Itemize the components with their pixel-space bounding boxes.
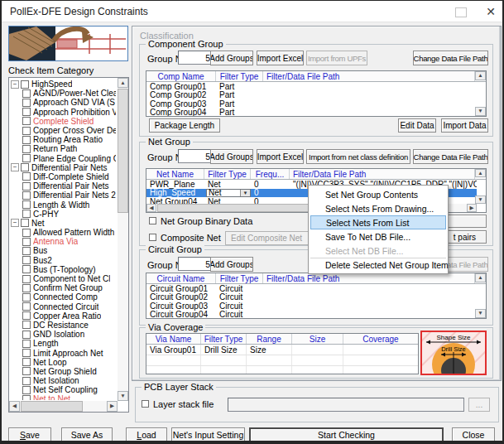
tree-item[interactable]: − Approach Prohibition V <box>11 108 116 117</box>
tree-item[interactable]: − Confirm Net Group <box>11 283 116 292</box>
table-row[interactable]: Circuit Group02 Circuit <box>146 293 486 302</box>
table-row[interactable]: Circuit Group01 Circuit <box>146 284 486 293</box>
dropdown-arrow-icon[interactable]: ▼ <box>240 190 250 197</box>
checkbox[interactable] <box>22 377 31 385</box>
tree-item[interactable]: − Bus <box>11 246 116 255</box>
layer-stack-file-checkbox[interactable] <box>142 400 149 408</box>
tree-item[interactable]: − Diff-Complete Shield <box>11 172 116 181</box>
edit-data-button[interactable]: Edit Data <box>398 118 436 133</box>
scroll-left-icon[interactable]: ◀ <box>146 204 156 212</box>
filter-type-combobox[interactable]: Net ▼ <box>206 180 251 189</box>
column-header[interactable]: Filter/Data File Path <box>290 169 475 179</box>
checkbox[interactable] <box>22 182 31 191</box>
table-row[interactable]: Circuit Group03 Circuit <box>146 302 486 311</box>
tree-item[interactable]: − AGND/Power-Net Clea <box>11 89 116 98</box>
tree-item[interactable]: − Copper Cross Over De <box>11 126 116 135</box>
checkbox[interactable] <box>22 172 31 181</box>
checkbox[interactable] <box>21 80 29 89</box>
checkbox[interactable] <box>22 210 31 218</box>
column-header[interactable]: Size <box>292 334 343 344</box>
table-row[interactable]: Circuit Group04 Circuit <box>146 311 486 320</box>
checkbox[interactable] <box>22 229 31 237</box>
save-button[interactable]: Save <box>8 427 51 442</box>
expander-icon[interactable]: − <box>11 80 19 89</box>
tree-item[interactable]: − GND Isolation <box>11 330 116 339</box>
checkbox[interactable] <box>22 154 31 162</box>
close-icon[interactable]: ✕ <box>482 3 499 19</box>
filter-type-combobox[interactable]: Net ▼ <box>206 189 251 198</box>
checkbox[interactable] <box>22 256 31 264</box>
checkbox[interactable] <box>22 331 31 339</box>
tree-item[interactable]: − Bus2 <box>11 256 116 265</box>
tree-item[interactable]: − Bus (T-Topology) <box>11 265 116 274</box>
column-header[interactable]: Filter Type <box>216 71 263 81</box>
net-change-data-file-path-button[interactable]: Change Data File Path <box>413 149 488 164</box>
tree-vscroll-thumb[interactable] <box>118 89 128 213</box>
expander-icon[interactable]: − <box>11 219 19 227</box>
column-header[interactable]: Filter/Data File Path <box>263 273 475 283</box>
menu-item[interactable]: Select Nets From List <box>310 215 446 229</box>
tree-item[interactable]: − HighSpeed <box>11 80 116 89</box>
checkbox[interactable] <box>22 367 31 375</box>
checkbox[interactable] <box>22 238 31 246</box>
column-header[interactable]: Circuit Name <box>146 273 216 283</box>
tree-item[interactable]: − Differential Pair Nets 2 <box>11 191 116 200</box>
net-group-no-field[interactable]: 5 <box>178 149 214 163</box>
table-row[interactable]: Via Group01 Drill Size Size <box>146 345 418 355</box>
checkbox[interactable] <box>22 293 31 302</box>
checkbox[interactable] <box>21 219 29 227</box>
net-import-excel-button[interactable]: Import Excel <box>257 149 304 164</box>
checkbox[interactable] <box>22 340 31 348</box>
column-header[interactable]: Range <box>247 334 292 344</box>
tree-item[interactable]: − Length & Width <box>11 200 116 209</box>
tree-item[interactable]: − Copper Area Ratio <box>11 311 116 321</box>
circuit-group-no-field[interactable]: 5 <box>178 257 214 271</box>
table-row[interactable]: Comp Group04 Part <box>146 109 486 118</box>
tree-item[interactable]: − Net <box>11 219 116 228</box>
checkbox[interactable] <box>22 395 31 400</box>
tree-item[interactable]: − Approach GND VIA (S <box>11 98 116 107</box>
checkbox[interactable] <box>22 358 31 366</box>
tree-item[interactable]: − Net Loop <box>11 358 116 367</box>
tree-item[interactable]: − Net Self Coupling <box>11 385 116 394</box>
checkbox[interactable] <box>22 191 31 200</box>
menu-item[interactable]: Select Net DB File... <box>310 244 446 258</box>
expander-icon[interactable]: − <box>11 163 19 171</box>
column-header[interactable]: Filter/Data File Path <box>263 71 475 81</box>
checkbox[interactable] <box>22 275 31 283</box>
comp-add-groups-button[interactable]: Add Groups <box>210 51 253 65</box>
checkbox[interactable] <box>22 265 31 273</box>
table-row[interactable]: Comp Group03 Part <box>146 99 486 109</box>
composite-net-checkbox[interactable] <box>149 234 156 241</box>
column-header[interactable]: Coverage <box>343 334 418 344</box>
scroll-down-icon[interactable]: ▼ <box>118 391 128 401</box>
start-checking-button[interactable]: Start Checking <box>249 427 444 442</box>
comp-group-no-field[interactable]: 5 <box>178 51 214 65</box>
tree-item[interactable]: − C-PHY <box>11 210 116 219</box>
checkbox[interactable] <box>22 117 31 125</box>
checkbox[interactable] <box>22 311 31 320</box>
column-header[interactable]: Net Name <box>146 169 204 179</box>
scroll-up-icon[interactable]: ▲ <box>118 78 128 88</box>
tree-item[interactable]: − DC Resistance <box>11 321 116 330</box>
close-button[interactable]: Close <box>452 427 495 442</box>
checkbox[interactable] <box>22 136 31 144</box>
import-data-button[interactable]: Import Data <box>441 118 488 133</box>
tree-hscroll-thumb[interactable] <box>21 401 83 412</box>
comp-change-data-file-path-button[interactable]: Change Data File Path <box>413 51 488 65</box>
import-from-net-class-definition-button[interactable]: Import from net class definition <box>306 149 410 164</box>
column-header[interactable]: Via Name <box>146 334 201 344</box>
column-header[interactable]: Filter Type <box>204 169 251 179</box>
maximize-icon[interactable] <box>455 7 467 17</box>
checkbox[interactable] <box>22 145 31 153</box>
checkbox[interactable] <box>22 200 31 209</box>
save-as-button[interactable]: Save As <box>61 427 113 442</box>
tree-item[interactable]: − Connected Circuit <box>11 302 116 311</box>
column-header[interactable]: Comp Name <box>146 71 216 81</box>
menu-item[interactable]: Select Nets From Drawing... <box>310 201 446 215</box>
tree-item[interactable]: − Routing Area Ratio <box>11 135 116 144</box>
column-header[interactable]: Frequ... <box>251 169 290 179</box>
tree-item[interactable]: − Differential Pair Nets <box>11 181 116 191</box>
checkbox[interactable] <box>22 127 31 135</box>
tree-item[interactable]: − Net Group Shield <box>11 367 116 376</box>
